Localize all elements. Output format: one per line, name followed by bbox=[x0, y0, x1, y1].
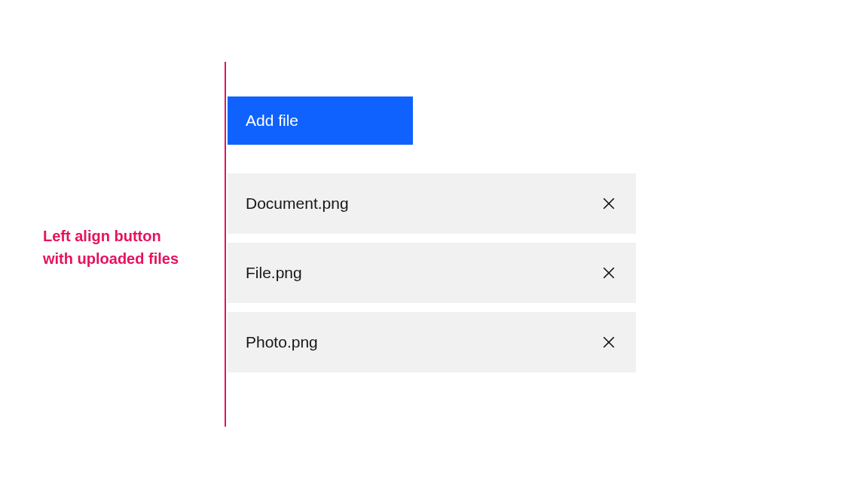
file-item: Photo.png bbox=[228, 312, 636, 372]
file-item: Document.png bbox=[228, 173, 636, 234]
annotation-line-1: Left align button bbox=[43, 225, 179, 247]
close-icon bbox=[602, 197, 616, 210]
remove-file-button[interactable] bbox=[600, 333, 618, 351]
file-name: Document.png bbox=[246, 194, 349, 213]
remove-file-button[interactable] bbox=[600, 264, 618, 282]
add-file-button[interactable]: Add file bbox=[228, 96, 413, 145]
close-icon bbox=[602, 335, 616, 349]
remove-file-button[interactable] bbox=[600, 194, 618, 213]
annotation-label: Left align button with uploaded files bbox=[43, 225, 179, 270]
file-name: File.png bbox=[246, 264, 302, 282]
file-list: Document.png File.png Ph bbox=[228, 173, 636, 372]
file-item: File.png bbox=[228, 243, 636, 303]
annotation-line-2: with uploaded files bbox=[43, 247, 179, 270]
file-uploader-container: Add file Document.png File.png bbox=[225, 62, 636, 372]
file-name: Photo.png bbox=[246, 333, 318, 351]
content-column: Add file Document.png File.png bbox=[228, 62, 636, 372]
close-icon bbox=[602, 266, 616, 280]
